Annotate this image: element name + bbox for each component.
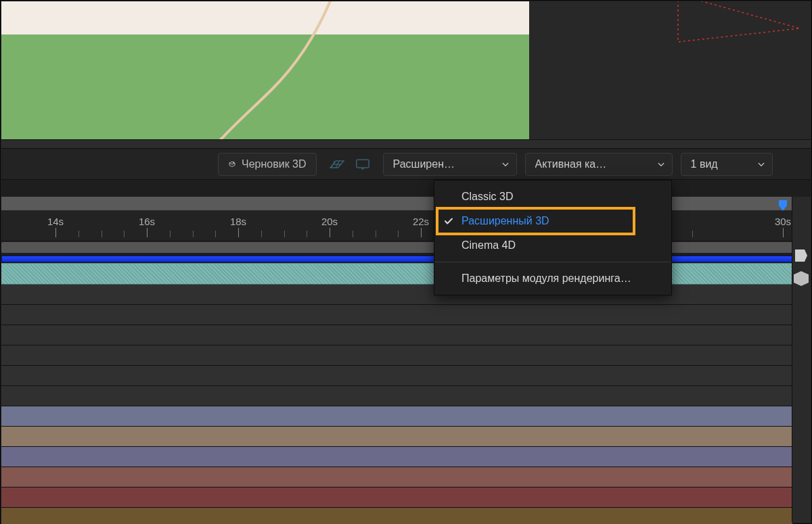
timeline-layer-row[interactable] [1,427,792,447]
timeline-layer-row[interactable] [1,386,792,406]
ruler-minor-tick [692,231,693,237]
check-icon [443,215,455,227]
menu-item-label: Cinema 4D [461,239,516,252]
ruler-major-tick [55,228,56,237]
camera-wireframe-icon [529,1,812,82]
views-count-dropdown[interactable]: 1 вид [681,153,773,176]
timeline-layer-row[interactable] [1,325,792,346]
ruler-tick-label: 22s [413,216,429,227]
timeline-layer-row[interactable] [1,366,792,386]
draft-3d-label: Черновик 3D [242,158,307,170]
timeline-panel[interactable]: 14s16s18s20s22s30s [1,197,792,523]
timeline-layer-row[interactable] [1,508,792,524]
timeline-layer-row[interactable] [1,406,792,427]
grid-plane-icon[interactable] [328,157,346,172]
extended-viewer-icon[interactable] [353,157,372,172]
ruler-minor-tick [376,231,376,237]
chevron-down-icon [657,160,665,168]
ruler-minor-tick [124,231,125,237]
work-area-bar[interactable] [1,242,792,253]
ruler-minor-tick [102,231,102,237]
ruler-tick-label: 14s [47,216,64,227]
renderer-dropdown-label: Расширен… [393,158,455,170]
renderer-menu: Classic 3D Расширенный 3D Cinema 4D Пара… [434,180,672,295]
active-camera-dropdown[interactable]: Активная ка… [525,153,673,176]
work-area-bar-row[interactable] [1,240,792,255]
ruler-minor-tick [284,231,285,237]
timeline-layer-row[interactable] [1,305,792,325]
ruler-header-band [1,197,792,210]
check-placeholder [443,239,455,252]
ruler-minor-tick [307,231,307,237]
timeline-right-gutter [792,197,811,523]
navigator-bar[interactable] [1,256,792,262]
ruler-minor-tick [398,231,399,237]
navigator-row[interactable] [1,255,792,263]
ruler-minor-tick [215,231,216,237]
menu-item-label: Параметры модуля рендеринга… [461,272,631,285]
view-mode-icons [325,157,375,172]
time-ruler[interactable]: 14s16s18s20s22s30s [1,210,792,240]
ruler-minor-tick [170,231,171,237]
views-count-label: 1 вид [691,158,718,170]
renderer-menu-item-advanced-3d[interactable]: Расширенный 3D [434,209,671,233]
chevron-down-icon [501,160,510,168]
menu-item-label: Расширенный 3D [461,215,549,227]
timeline-layer-row[interactable] [1,447,792,467]
preview-canvas[interactable] [1,1,529,139]
panel-divider [1,139,811,149]
renderer-menu-item-options[interactable]: Параметры модуля рендеринга… [434,266,671,291]
menu-item-label: Classic 3D [461,191,513,203]
composition-preview[interactable] [1,1,811,139]
ruler-major-tick [330,228,330,237]
ruler-major-tick [783,228,784,237]
app-root: Черновик 3D Расширен… Активная ка… 1 вид [0,0,812,524]
timeline-layer-row[interactable] [1,285,792,305]
ruler-minor-tick [193,231,194,237]
ruler-major-tick [238,228,239,237]
comp-marker-icon[interactable] [792,270,810,287]
chevron-down-icon [757,160,765,168]
work-area-end-handle-icon[interactable] [792,247,810,264]
draft-3d-button[interactable]: Черновик 3D [218,153,317,176]
ruler-minor-tick [78,231,79,237]
renderer-dropdown[interactable]: Расширен… [383,153,517,176]
cube-bolt-icon [228,160,236,168]
ruler-tick-label: 20s [321,216,338,227]
ruler-tick-label: 18s [230,216,246,227]
ruler-major-tick [147,228,148,237]
panel-gap [1,179,811,197]
preview-ground-plane [1,34,529,139]
preview-empty-area [529,1,811,139]
preview-toolbar: Черновик 3D Расширен… Активная ка… 1 вид [1,148,811,179]
ruler-major-tick [421,228,422,237]
renderer-menu-item-cinema-4d[interactable]: Cinema 4D [434,233,671,258]
timeline-layer-row[interactable] [1,487,792,508]
ruler-tick-label: 16s [139,216,155,227]
renderer-menu-item-classic-3d[interactable]: Classic 3D [434,185,671,209]
ruler-minor-tick [353,231,353,237]
timeline-layer-row[interactable] [1,467,792,487]
audio-waveform-track[interactable] [1,263,792,285]
ruler-tick-label: 30s [775,216,791,227]
menu-separator [434,262,671,262]
svg-rect-0 [356,160,368,168]
check-placeholder [443,191,455,203]
layer-rows [1,285,792,524]
check-placeholder [443,272,455,285]
timeline-layer-row[interactable] [1,346,792,366]
ruler-minor-tick [261,231,262,237]
playhead-indicator-icon[interactable] [777,199,791,214]
active-camera-label: Активная ка… [535,158,607,170]
